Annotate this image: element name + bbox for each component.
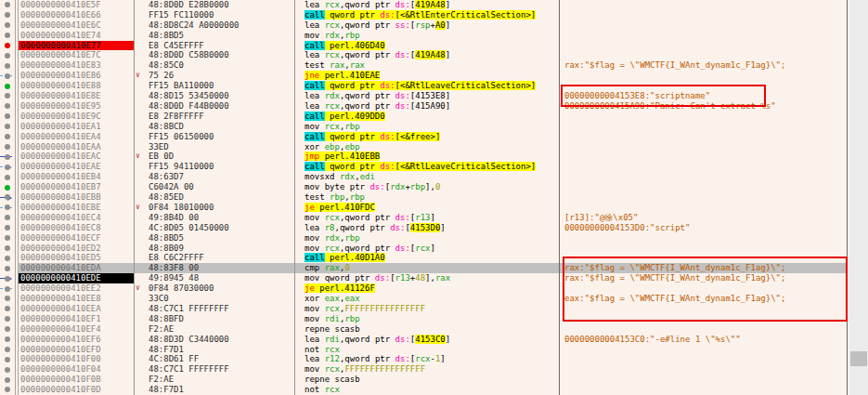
instruction-dot[interactable] [5,387,10,392]
bytes-cell[interactable]: 48:63D7 [135,172,308,182]
instruction-cell[interactable]: not rcx [295,345,559,355]
instruction-cell[interactable]: test rax,rax [295,60,559,71]
bytes-cell[interactable]: 48:8D15 53450000 [135,91,308,101]
disasm-row[interactable]: 0000000000410EF648:8D3D C3440000lea rdi,… [0,335,847,345]
disasm-row[interactable]: 0000000000410F004C:8D61 FFlea r12,qword … [0,354,847,364]
disasm-row[interactable]: 0000000000410EAA33EDxor ebp,ebp [0,142,847,152]
bytes-cell[interactable]: FF15 BA110000 [135,81,308,91]
address-cell[interactable]: 0000000000410EAE [19,162,134,172]
instruction-dot[interactable] [5,63,10,69]
instruction-cell[interactable]: mov rcx,rbp [295,122,559,132]
instruction-dot[interactable] [5,357,10,362]
disasm-row[interactable]: 0000000000410EBE0F84 18010000∨je perl.41… [0,203,847,213]
address-cell[interactable]: 0000000000410F04 [19,364,134,375]
address-cell[interactable]: 0000000000410ED2 [19,244,134,254]
instruction-cell[interactable]: lea rcx,qword ptr ds:[419A48] [295,0,559,10]
address-cell[interactable]: 0000000000410EEA [19,304,134,314]
disasm-row[interactable]: 0000000000410EFD48:F7D1not rcx [0,345,847,355]
disasm-row[interactable]: 0000000000410E66FF15 FC110000call qword … [0,10,847,20]
instruction-dot[interactable] [5,347,10,352]
disasm-row[interactable]: 0000000000410E8348:85C0test rax,raxrax:"… [0,60,847,71]
bytes-cell[interactable]: 33ED [135,142,308,152]
instruction-cell[interactable]: mov qword ptr ds:[r13+48],rax [295,273,559,283]
instruction-dot[interactable] [5,215,10,220]
instruction-cell[interactable]: mov rdx,rbp [295,233,559,244]
instruction-cell[interactable]: jmp perl.410EBB [295,151,559,162]
bytes-cell[interactable]: 48:8BCD [135,122,308,132]
instruction-cell[interactable]: lea rdi,qword ptr ds:[4153C0] [295,335,559,345]
address-cell[interactable]: 0000000000410E6C [19,20,134,31]
instruction-dot[interactable] [5,144,10,150]
disasm-row[interactable]: 0000000000410E9CE8 2F8FFFFFcall perl.409… [0,112,847,122]
instruction-cell[interactable]: mov rdi,rbp [295,314,559,324]
address-cell[interactable]: 0000000000410EAA [19,142,134,152]
instruction-dot[interactable] [5,165,10,170]
address-cell[interactable]: 0000000000410E7C [19,50,134,60]
bytes-cell[interactable]: FF15 FC110000 [135,10,308,20]
bytes-cell[interactable]: C6042A 00 [135,182,308,192]
bytes-cell[interactable]: 75 26∨ [135,71,308,81]
bytes-cell[interactable]: 48:83F8 00 [135,263,308,273]
disasm-row[interactable]: 0000000000410E6C48:8D8C24 A0000000lea rc… [0,20,847,31]
bytes-cell[interactable]: F2:AE [135,375,308,385]
bytes-cell[interactable]: 33C0 [135,294,308,304]
instruction-dot[interactable] [5,245,10,251]
instruction-cell[interactable]: lea rcx,qword ptr ss:[rsp+A0] [295,20,559,31]
bytes-cell[interactable]: 49:8B4D 00 [135,213,308,223]
instruction-dot[interactable] [5,53,10,59]
address-cell[interactable]: 0000000000410E74 [19,31,134,41]
address-cell[interactable]: 0000000000410EBE [19,203,134,213]
instruction-cell[interactable]: lea rcx,qword ptr ds:[419A48] [295,50,559,60]
address-cell[interactable]: 0000000000410E77 [19,41,134,51]
address-cell[interactable]: 0000000000410EBB [19,192,134,203]
instruction-cell[interactable]: lea rdx,qword ptr ds:[4153E8] [295,91,559,101]
instruction-dot[interactable] [5,113,10,119]
instruction-cell[interactable]: mov rcx,FFFFFFFFFFFFFFFF [295,304,559,314]
bytes-cell[interactable]: 48:F7D1 [135,345,308,355]
instruction-cell[interactable]: not rcx [295,385,559,395]
instruction-cell[interactable]: call perl.409DD0 [295,112,559,122]
disasm-row[interactable]: 0000000000410EC84C:8D05 01450000lea r8,q… [0,223,847,233]
instruction-dot[interactable] [5,316,10,322]
instruction-dot[interactable] [5,326,10,332]
instruction-cell[interactable]: je perl.41126F [295,283,559,294]
instruction-cell[interactable]: repne scasb [295,375,559,385]
instruction-dot[interactable] [5,154,10,160]
instruction-dot[interactable] [5,103,10,109]
address-cell[interactable]: 0000000000410E5F [19,0,134,10]
address-cell[interactable]: 0000000000410EC8 [19,223,134,233]
instruction-cell[interactable]: lea r8,qword ptr ds:[4153D0] [295,223,559,233]
instruction-dot[interactable] [5,204,10,210]
comment-cell[interactable]: [r13]:"@徐\x05" [560,213,847,223]
address-cell[interactable]: 0000000000410ECF [19,233,134,244]
disasm-row[interactable]: 0000000000410EBB48:85EDtest rbp,rbp [0,192,847,203]
instruction-cell[interactable]: movsxd rdx,edi [295,172,559,182]
disasm-row[interactable]: 0000000000410E5F48:8D0D E28B0000lea rcx,… [0,0,847,10]
bytes-cell[interactable]: 48:8D0D E28B0000 [135,0,308,10]
bytes-cell[interactable]: 48:85C0 [135,60,308,71]
address-cell[interactable]: 0000000000410E66 [19,10,134,20]
instruction-cell[interactable]: mov byte ptr ds:[rdx+rbp],0 [295,182,559,192]
disasm-row[interactable]: 0000000000410EA148:8BCDmov rcx,rbp [0,122,847,132]
instruction-cell[interactable]: test rbp,rbp [295,192,559,203]
address-cell[interactable]: 0000000000410EE2 [19,283,134,294]
disasm-row[interactable]: 0000000000410F0D48:F7D1not rcx [0,385,847,395]
instruction-dot[interactable] [5,33,10,38]
comment-cell[interactable]: rax:"$flag = \"WMCTF{I_WAnt_dynam1c_F1ag… [560,60,847,71]
instruction-cell[interactable]: cmp rax,0 [295,263,559,273]
instruction-dot[interactable] [5,185,10,191]
disasm-row[interactable]: 0000000000410E7448:8BD5mov rdx,rbp [0,31,847,41]
disasm-row[interactable]: 0000000000410ED248:8B09mov rcx,qword ptr… [0,244,847,254]
instruction-dot[interactable] [5,124,10,129]
address-cell[interactable]: 0000000000410F0D [19,385,134,395]
bytes-cell[interactable]: 4C:8D61 FF [135,354,308,364]
bytes-cell[interactable]: 48:8D8C24 A0000000 [135,20,308,31]
address-cell[interactable]: 0000000000410EF1 [19,314,134,324]
address-column-divider[interactable] [134,0,135,395]
disasm-row[interactable]: 0000000000410EA4FF15 06150000call qword … [0,132,847,142]
instruction-dot[interactable] [5,93,10,99]
bytes-cell[interactable]: EB 0D∨ [135,151,308,162]
bytes-cell[interactable]: 48:F7D1 [135,385,308,395]
address-cell[interactable]: 0000000000410F0B [19,375,134,385]
address-cell[interactable]: 0000000000410EF4 [19,324,134,335]
